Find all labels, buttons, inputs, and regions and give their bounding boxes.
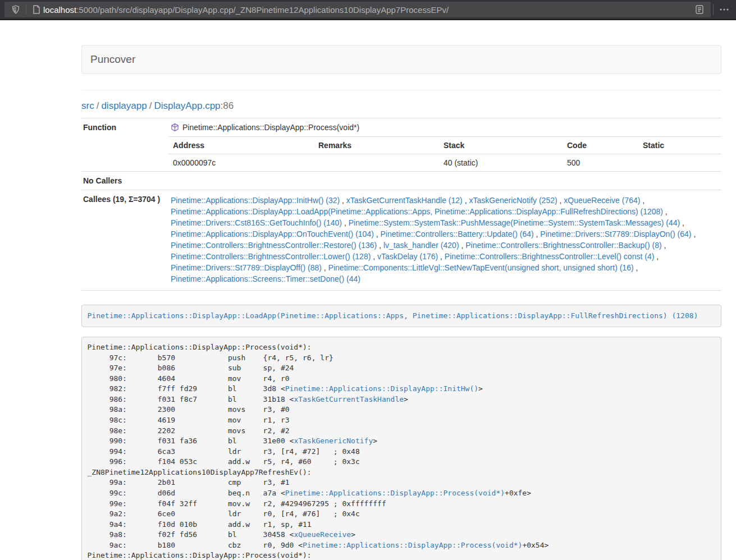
breadcrumb-file[interactable]: DisplayApp.cpp bbox=[154, 100, 220, 111]
callee-link[interactable]: Pinetime::Controllers::BrightnessControl… bbox=[465, 241, 661, 250]
callee-link[interactable]: xQueueReceive (764) bbox=[564, 196, 640, 205]
value-address: 0x0000097c bbox=[168, 154, 314, 171]
no-callers-cell bbox=[168, 172, 721, 190]
breadcrumb-displayapp[interactable]: displayapp bbox=[101, 100, 147, 111]
callee-link[interactable]: xTaskGetCurrentTaskHandle (12) bbox=[346, 196, 463, 205]
asm-symbol-link[interactable]: Pinetime::Applications::DisplayApp::Proc… bbox=[303, 541, 522, 549]
breadcrumb-line-number: :86 bbox=[221, 100, 234, 111]
asm-symbol-link[interactable]: Pinetime::Applications::DisplayApp::Proc… bbox=[285, 489, 505, 497]
url-path: :5000/path/src/displayapp/DisplayApp.cpp… bbox=[76, 5, 449, 15]
menu-ellipsis-button[interactable] bbox=[716, 2, 733, 17]
breadcrumb: src/displayapp/DisplayApp.cpp:86 bbox=[81, 100, 721, 112]
col-address: Address bbox=[168, 137, 314, 154]
breadcrumb-separator: / bbox=[94, 100, 102, 111]
col-code: Code bbox=[563, 137, 638, 154]
callee-link[interactable]: Pinetime::Controllers::BrightnessControl… bbox=[171, 241, 377, 250]
callees-list: Pinetime::Applications::DisplayApp::Init… bbox=[168, 190, 721, 290]
callee-link[interactable]: Pinetime::Applications::DisplayApp::Init… bbox=[171, 196, 340, 205]
url-text[interactable]: localhost:5000/path/src/displayapp/Displ… bbox=[43, 5, 693, 15]
callee-link[interactable]: Pinetime::Applications::DisplayApp::OnTo… bbox=[171, 229, 374, 238]
callee-link[interactable]: vTaskDelay (176) bbox=[377, 252, 438, 261]
callee-link[interactable]: Pinetime::Drivers::Cst816S::GetTouchInfo… bbox=[171, 218, 342, 227]
callee-link[interactable]: Pinetime::System::SystemTask::PushMessag… bbox=[349, 218, 680, 227]
col-remarks: Remarks bbox=[314, 137, 439, 154]
function-row: Function Pinetime::Applications::Display… bbox=[81, 118, 721, 172]
toolbar-divider bbox=[713, 4, 714, 15]
callee-link[interactable]: Pinetime::Drivers::St7789::DisplayOn() (… bbox=[540, 229, 691, 238]
callee-link[interactable]: Pinetime::Components::LittleVgl::SetNewT… bbox=[328, 263, 634, 272]
url-bar[interactable]: localhost:5000/path/src/displayapp/Displ… bbox=[4, 2, 711, 17]
divider-rule bbox=[81, 90, 721, 90]
shield-icon[interactable] bbox=[9, 3, 22, 16]
callee-link[interactable]: Pinetime::Controllers::Battery::Update()… bbox=[381, 229, 534, 238]
callee-link[interactable]: Pinetime::Controllers::BrightnessControl… bbox=[171, 252, 371, 261]
col-static: Static bbox=[638, 137, 721, 154]
asm-symbol-link[interactable]: xQueueReceive bbox=[294, 530, 351, 539]
callee-link[interactable]: Pinetime::Applications::Screens::Timer::… bbox=[171, 274, 360, 283]
urlbar-divider bbox=[26, 4, 26, 15]
value-stack: 40 (static) bbox=[439, 154, 563, 171]
breadcrumb-src[interactable]: src bbox=[81, 100, 94, 111]
breadcrumb-separator: / bbox=[147, 100, 154, 111]
disassembly-listing: Pinetime::Applications::DisplayApp::Proc… bbox=[81, 337, 721, 560]
page-info-icon[interactable] bbox=[30, 3, 43, 16]
value-code: 500 bbox=[563, 154, 638, 171]
function-name: Pinetime::Applications::DisplayApp::Proc… bbox=[182, 123, 359, 132]
url-host: localhost bbox=[43, 5, 76, 15]
callee-link[interactable]: Pinetime::Controllers::BrightnessControl… bbox=[445, 252, 654, 261]
brand-title[interactable]: Puncover bbox=[90, 53, 135, 66]
value-static bbox=[638, 154, 721, 171]
asm-symbol-link[interactable]: xTaskGenericNotify bbox=[294, 437, 373, 445]
highlighted-callee-box: Pinetime::Applications::DisplayApp::Load… bbox=[81, 305, 721, 327]
callee-link[interactable]: Pinetime::Applications::DisplayApp::Load… bbox=[171, 207, 663, 216]
col-stack: Stack bbox=[439, 137, 563, 154]
page-container: Puncover src/displayapp/DisplayApp.cpp:8… bbox=[81, 45, 721, 560]
browser-toolbar: localhost:5000/path/src/displayapp/Displ… bbox=[0, 0, 736, 20]
stats-header-row: Address Remarks Stack Code Static bbox=[168, 137, 721, 154]
reader-mode-icon[interactable] bbox=[693, 3, 706, 16]
function-name-line: Pinetime::Applications::DisplayApp::Proc… bbox=[168, 118, 721, 136]
no-callers-label: No Callers bbox=[81, 172, 168, 190]
value-remarks bbox=[314, 154, 439, 171]
function-info-table: Function Pinetime::Applications::Display… bbox=[81, 118, 721, 291]
callee-link[interactable]: lv_task_handler (420) bbox=[383, 241, 459, 250]
function-label: Function bbox=[81, 118, 168, 171]
stats-value-row: 0x0000097c 40 (static) 500 bbox=[168, 154, 721, 171]
no-callers-row: No Callers bbox=[81, 172, 721, 190]
asm-symbol-link[interactable]: Pinetime::Applications::DisplayApp::Init… bbox=[285, 384, 478, 393]
asm-symbol-link[interactable]: xTaskGetCurrentTaskHandle bbox=[294, 395, 404, 403]
callee-link[interactable]: xTaskGenericNotify (252) bbox=[469, 196, 557, 205]
highlighted-callee-link[interactable]: Pinetime::Applications::DisplayApp::Load… bbox=[88, 311, 698, 320]
function-stats-table: Address Remarks Stack Code Static 0x0000… bbox=[168, 136, 721, 171]
puncover-navbar: Puncover bbox=[81, 45, 721, 74]
callees-label: Callees (19, Σ=3704 ) bbox=[81, 190, 168, 290]
cube-icon bbox=[171, 123, 179, 132]
callees-row: Callees (19, Σ=3704 ) Pinetime::Applicat… bbox=[81, 190, 721, 291]
callee-link[interactable]: Pinetime::Drivers::St7789::DisplayOff() … bbox=[171, 263, 322, 272]
